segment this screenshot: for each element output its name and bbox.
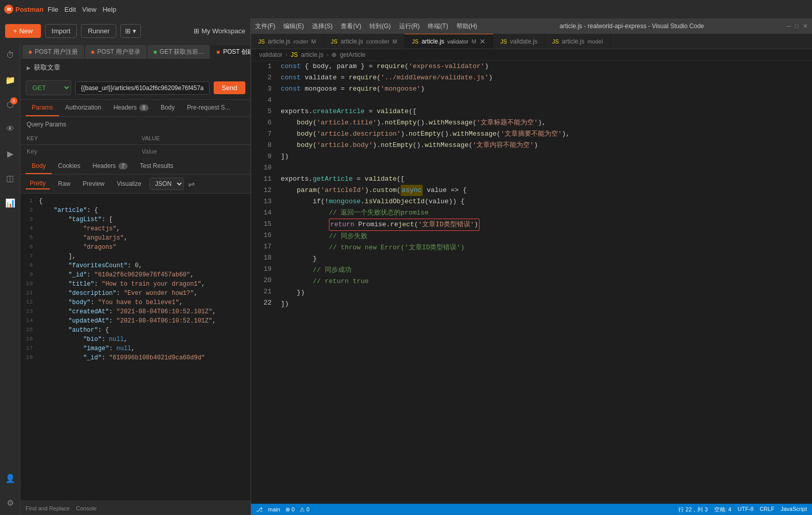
git-branch[interactable]: main bbox=[268, 506, 280, 512]
find-replace-btn[interactable]: Find and Replace bbox=[26, 505, 70, 511]
workspace-label[interactable]: ⊞ My Workspace bbox=[194, 27, 245, 35]
body-tab-body[interactable]: Body bbox=[26, 159, 52, 174]
menu-select[interactable]: 选择(S) bbox=[312, 22, 332, 31]
line-num-5: 5 bbox=[251, 106, 277, 117]
breadcrumb-file[interactable]: article.js bbox=[301, 51, 323, 58]
mode-preview[interactable]: Preview bbox=[78, 179, 109, 189]
url-input[interactable] bbox=[75, 81, 210, 95]
menu-goto[interactable]: 转到(G) bbox=[369, 22, 390, 31]
breadcrumb-sep: › bbox=[285, 51, 287, 58]
nav-authorization[interactable]: Authorization bbox=[59, 100, 107, 116]
code-line-13: 13 "createdAt": "2021-08-04T06:10:52.101… bbox=[20, 308, 251, 317]
sidebar-monitor-icon[interactable]: 📊 bbox=[2, 195, 18, 211]
import-button[interactable]: Import bbox=[45, 24, 77, 38]
language-status[interactable]: JavaScript bbox=[781, 506, 807, 513]
line-num-7: 7 bbox=[251, 128, 277, 140]
tab-article-validator[interactable]: JS article.js validator M ✕ bbox=[405, 34, 493, 49]
body-tab-test[interactable]: Test Results bbox=[134, 159, 179, 174]
eol-status[interactable]: CRLF bbox=[760, 506, 775, 513]
menu-edit[interactable]: Edit bbox=[65, 6, 76, 13]
nav-params[interactable]: Params bbox=[26, 100, 59, 116]
nav-prerequest[interactable]: Pre-request S... bbox=[181, 100, 236, 116]
sidebar-runner-icon[interactable]: ▶ bbox=[2, 145, 18, 162]
beautify-button[interactable]: ⇌ bbox=[188, 179, 195, 189]
postman-toolbar: + New Import Runner ⊞ ▾ ⊞ My Workspace bbox=[0, 18, 251, 43]
layout-button[interactable]: ⊞ ▾ bbox=[120, 24, 141, 38]
code-line-11: 11 "description": "Ever wonder how1?", bbox=[20, 290, 251, 299]
send-button[interactable]: Send bbox=[214, 81, 245, 94]
code-line-20: // return true bbox=[281, 276, 812, 287]
menu-file[interactable]: File bbox=[48, 6, 58, 13]
tab-post-create[interactable]: POST 创建文... bbox=[211, 45, 251, 59]
format-select[interactable]: JSON XML HTML Text bbox=[150, 178, 184, 190]
method-select[interactable]: GET POST PUT DELETE bbox=[26, 80, 71, 95]
value-input[interactable] bbox=[142, 148, 245, 155]
menu-view[interactable]: 查看(V) bbox=[341, 22, 361, 31]
close-icon[interactable]: ✕ bbox=[803, 23, 808, 30]
code-line-6: 6 "dragons" bbox=[20, 244, 251, 253]
code-line-5: exports.createArticle = validate([ bbox=[281, 106, 812, 117]
line-num-12: 12 bbox=[251, 185, 277, 196]
console-btn[interactable]: Console bbox=[76, 505, 96, 511]
warnings-status[interactable]: ⚠ 0 bbox=[300, 506, 309, 513]
menu-terminal[interactable]: 终端(T) bbox=[428, 22, 448, 31]
editor-gutter: 1 2 3 4 5 6 7 8 9 10 11 12 13 14 15 16 1… bbox=[251, 61, 277, 504]
body-tab-headers[interactable]: Headers 7 bbox=[87, 159, 134, 174]
js-icon: JS bbox=[552, 38, 559, 45]
js-icon: JS bbox=[331, 38, 338, 45]
sidebar-settings-icon[interactable]: ⚙ bbox=[2, 495, 18, 511]
sidebar-history-icon[interactable]: ⏱ bbox=[2, 47, 18, 63]
runner-button[interactable]: Runner bbox=[81, 24, 116, 38]
encoding-status[interactable]: UTF-8 bbox=[738, 506, 754, 513]
tab-post-login[interactable]: POST 用户登录 bbox=[85, 45, 147, 59]
line-num-14: 14 bbox=[251, 207, 277, 219]
code-line-9: 9 "_id": "610a2f6c96209e76f457ab60", bbox=[20, 271, 251, 281]
tab-close-icon[interactable]: ✕ bbox=[480, 37, 486, 46]
tab-article-router[interactable]: JS article.js router M bbox=[251, 34, 324, 49]
nav-headers[interactable]: Headers 8 bbox=[107, 100, 154, 116]
body-toolbar: Pretty Raw Preview Visualize JSON XML HT… bbox=[20, 175, 251, 194]
line-col-status[interactable]: 行 22，列 3 bbox=[678, 506, 707, 513]
code-line-2: 2 "article": { bbox=[20, 207, 251, 216]
sidebar-environments-icon[interactable]: 👁 bbox=[2, 121, 18, 137]
spaces-status[interactable]: 空格: 4 bbox=[714, 506, 732, 513]
errors-status[interactable]: ⊗ 0 bbox=[285, 506, 295, 513]
tab-label: validate.js bbox=[510, 38, 537, 45]
window-controls: ─ □ ✕ bbox=[786, 23, 808, 30]
minimize-icon[interactable]: ─ bbox=[786, 23, 791, 30]
menu-edit[interactable]: 编辑(E) bbox=[283, 22, 304, 31]
tab-validate[interactable]: JS validate.js bbox=[493, 34, 545, 49]
mode-pretty[interactable]: Pretty bbox=[26, 178, 50, 189]
tab-get-current[interactable]: GET 获取当前... bbox=[148, 45, 210, 59]
mode-visualize[interactable]: Visualize bbox=[113, 179, 145, 189]
sidebar-collections-icon[interactable]: 📁 bbox=[2, 72, 18, 88]
postman-menubar: ✉ Postman File Edit View Help bbox=[0, 0, 812, 18]
params-row bbox=[20, 145, 251, 159]
maximize-icon[interactable]: □ bbox=[795, 23, 799, 30]
menu-run[interactable]: 运行(R) bbox=[399, 22, 420, 31]
async-keyword: async bbox=[401, 185, 423, 196]
breadcrumb-symbol[interactable]: getArticle bbox=[340, 51, 365, 58]
code-line-19: // 同步成功 bbox=[281, 265, 812, 276]
nav-body[interactable]: Body bbox=[155, 100, 181, 116]
new-button[interactable]: + New bbox=[5, 24, 41, 38]
sidebar-mockserver-icon[interactable]: ◫ bbox=[2, 170, 18, 186]
collection-item[interactable]: ▶ 获取文章 bbox=[20, 59, 251, 76]
sidebar-apis-icon[interactable]: ⬡ 3 bbox=[2, 96, 18, 113]
tab-article-model[interactable]: JS article.js model bbox=[545, 34, 611, 49]
menu-view[interactable]: View bbox=[82, 6, 96, 13]
breadcrumb-validator[interactable]: validator bbox=[259, 51, 282, 58]
tab-article-controller[interactable]: JS article.js controller M bbox=[324, 34, 405, 49]
tab-post-register[interactable]: POST 用户注册 bbox=[23, 45, 84, 59]
code-line-13: if(!mongoose.isValidObjectId(value)) { bbox=[281, 196, 812, 207]
code-line-14: // 返回一个失败状态的promise bbox=[281, 207, 812, 219]
tab-sublabel: validator bbox=[447, 38, 469, 45]
key-input[interactable] bbox=[27, 148, 130, 155]
tab-label: POST 用户登录 bbox=[97, 48, 140, 56]
body-tab-cookies[interactable]: Cookies bbox=[52, 159, 86, 174]
menu-file[interactable]: 文件(F) bbox=[255, 22, 275, 31]
menu-help[interactable]: 帮助(H) bbox=[456, 22, 477, 31]
sidebar-account-icon[interactable]: 👤 bbox=[2, 470, 18, 486]
menu-help[interactable]: Help bbox=[102, 6, 116, 13]
mode-raw[interactable]: Raw bbox=[54, 179, 74, 189]
